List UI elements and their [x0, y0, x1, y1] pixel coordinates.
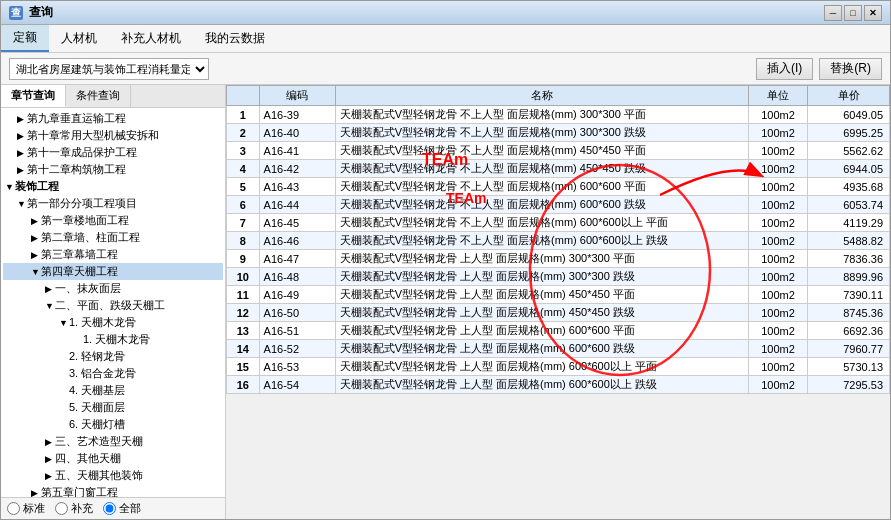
table-row[interactable]: 8 A16-46 天棚装配式V型轻钢龙骨 不上人型 面层规格(mm) 600*6…	[227, 232, 890, 250]
table-row[interactable]: 10 A16-48 天棚装配式V型轻钢龙骨 上人型 面层规格(mm) 300*3…	[227, 268, 890, 286]
tree-item-door-window[interactable]: ▶第五章门窗工程	[3, 484, 223, 497]
cell-num: 12	[227, 304, 260, 322]
header-num	[227, 86, 260, 106]
table-row[interactable]: 11 A16-49 天棚装配式V型轻钢龙骨 上人型 面层规格(mm) 450*4…	[227, 286, 890, 304]
tree-item-art[interactable]: ▶三、艺术造型天棚	[3, 433, 223, 450]
cell-price: 4935.68	[808, 178, 890, 196]
radio-all[interactable]: 全部	[103, 501, 141, 516]
table-row[interactable]: 4 A16-42 天棚装配式V型轻钢龙骨 不上人型 面层规格(mm) 450*4…	[227, 160, 890, 178]
tree-item-pingmian[interactable]: ▼二、平面、跌级天棚工	[3, 297, 223, 314]
tree-item-lamp-trough[interactable]: 6. 天棚灯槽	[3, 416, 223, 433]
cell-price: 4119.29	[808, 214, 890, 232]
tree-item-wood[interactable]: ▼1. 天棚木龙骨	[3, 314, 223, 331]
cell-unit: 100m2	[748, 358, 808, 376]
tree-item-wood2[interactable]: 1. 天棚木龙骨	[3, 331, 223, 348]
table-row[interactable]: 16 A16-54 天棚装配式V型轻钢龙骨 上人型 面层规格(mm) 600*6…	[227, 376, 890, 394]
cell-price: 5562.62	[808, 142, 890, 160]
tab-bar: 章节查询 条件查询	[1, 85, 225, 108]
tree-item-tianpeng[interactable]: ▼第四章天棚工程	[3, 263, 223, 280]
tree-item-aluminum[interactable]: 3. 铝合金龙骨	[3, 365, 223, 382]
tree-item-ch10[interactable]: ▶第十章常用大型机械安拆和	[3, 127, 223, 144]
radio-supplement[interactable]: 补充	[55, 501, 93, 516]
cell-num: 10	[227, 268, 260, 286]
maximize-button[interactable]: □	[844, 5, 862, 21]
cell-unit: 100m2	[748, 250, 808, 268]
table-row[interactable]: 2 A16-40 天棚装配式V型轻钢龙骨 不上人型 面层规格(mm) 300*3…	[227, 124, 890, 142]
cell-name: 天棚装配式V型轻钢龙骨 上人型 面层规格(mm) 600*600 平面	[335, 322, 748, 340]
cell-code: A16-41	[259, 142, 335, 160]
cell-name: 天棚装配式V型轻钢龙骨 不上人型 面层规格(mm) 600*600 跌级	[335, 196, 748, 214]
right-panel: 编码 名称 单位 单价 1 A16-39 天棚装配式V型轻钢龙骨 不上人型 面层…	[226, 85, 890, 519]
tree-item-base-layer[interactable]: 4. 天棚基层	[3, 382, 223, 399]
cell-price: 7295.53	[808, 376, 890, 394]
table-row[interactable]: 7 A16-45 天棚装配式V型轻钢龙骨 不上人型 面层规格(mm) 600*6…	[227, 214, 890, 232]
cell-code: A16-53	[259, 358, 335, 376]
table-row[interactable]: 15 A16-53 天棚装配式V型轻钢龙骨 上人型 面层规格(mm) 600*6…	[227, 358, 890, 376]
cell-num: 4	[227, 160, 260, 178]
cell-code: A16-48	[259, 268, 335, 286]
cell-unit: 100m2	[748, 340, 808, 358]
province-select[interactable]: 湖北省房屋建筑与装饰工程消耗量定额	[9, 58, 209, 80]
cell-name: 天棚装配式V型轻钢龙骨 不上人型 面层规格(mm) 600*600以上 平面	[335, 214, 748, 232]
close-button[interactable]: ✕	[864, 5, 882, 21]
cell-code: A16-47	[259, 250, 335, 268]
radio-standard[interactable]: 标准	[7, 501, 45, 516]
cell-price: 7390.11	[808, 286, 890, 304]
menu-dinge[interactable]: 定额	[1, 25, 49, 52]
tree-item-face-layer[interactable]: 5. 天棚面层	[3, 399, 223, 416]
minimize-button[interactable]: ─	[824, 5, 842, 21]
tree-item-other-deco[interactable]: ▶五、天棚其他装饰	[3, 467, 223, 484]
title-bar: 查 查询 ─ □ ✕	[1, 1, 890, 25]
menu-cloud[interactable]: 我的云数据	[193, 25, 277, 52]
menu-buzhong[interactable]: 补充人材机	[109, 25, 193, 52]
tree-item-mohui[interactable]: ▶一、抹灰面层	[3, 280, 223, 297]
table-container: 编码 名称 单位 单价 1 A16-39 天棚装配式V型轻钢龙骨 不上人型 面层…	[226, 85, 890, 519]
tree-item-ch9[interactable]: ▶第九章垂直运输工程	[3, 110, 223, 127]
window-title: 查询	[29, 4, 53, 21]
replace-button[interactable]: 替换(R)	[819, 58, 882, 80]
cell-name: 天棚装配式V型轻钢龙骨 不上人型 面层规格(mm) 450*450 跌级	[335, 160, 748, 178]
cell-num: 8	[227, 232, 260, 250]
cell-name: 天棚装配式V型轻钢龙骨 不上人型 面层规格(mm) 600*600以上 跌级	[335, 232, 748, 250]
cell-name: 天棚装配式V型轻钢龙骨 上人型 面层规格(mm) 300*300 平面	[335, 250, 748, 268]
header-code: 编码	[259, 86, 335, 106]
tree-item-loudi[interactable]: ▶第一章楼地面工程	[3, 212, 223, 229]
tree-item-light-steel[interactable]: 2. 轻钢龙骨	[3, 348, 223, 365]
bottom-bar: 标准 补充 全部	[1, 497, 225, 519]
table-row[interactable]: 14 A16-52 天棚装配式V型轻钢龙骨 上人型 面层规格(mm) 600*6…	[227, 340, 890, 358]
table-row[interactable]: 1 A16-39 天棚装配式V型轻钢龙骨 不上人型 面层规格(mm) 300*3…	[227, 106, 890, 124]
cell-num: 6	[227, 196, 260, 214]
tree-item-zhuangshi[interactable]: ▼装饰工程	[3, 178, 223, 195]
toolbar-right: 插入(I) 替换(R)	[756, 58, 882, 80]
tree-item-other[interactable]: ▶四、其他天棚	[3, 450, 223, 467]
table-row[interactable]: 9 A16-47 天棚装配式V型轻钢龙骨 上人型 面层规格(mm) 300*30…	[227, 250, 890, 268]
tree-item-ch12[interactable]: ▶第十二章构筑物工程	[3, 161, 223, 178]
tree-area: ▶第九章垂直运输工程 ▶第十章常用大型机械安拆和 ▶第十一章成品保护工程 ▶第十…	[1, 108, 225, 497]
table-row[interactable]: 13 A16-51 天棚装配式V型轻钢龙骨 上人型 面层规格(mm) 600*6…	[227, 322, 890, 340]
title-controls: ─ □ ✕	[824, 5, 882, 21]
table-row[interactable]: 12 A16-50 天棚装配式V型轻钢龙骨 上人型 面层规格(mm) 450*4…	[227, 304, 890, 322]
tree-item-ch11[interactable]: ▶第十一章成品保护工程	[3, 144, 223, 161]
tree-item-part1[interactable]: ▼第一部分分项工程项目	[3, 195, 223, 212]
table-row[interactable]: 3 A16-41 天棚装配式V型轻钢龙骨 不上人型 面层规格(mm) 450*4…	[227, 142, 890, 160]
cell-code: A16-39	[259, 106, 335, 124]
table-row[interactable]: 5 A16-43 天棚装配式V型轻钢龙骨 不上人型 面层规格(mm) 600*6…	[227, 178, 890, 196]
cell-unit: 100m2	[748, 196, 808, 214]
cell-name: 天棚装配式V型轻钢龙骨 不上人型 面层规格(mm) 450*450 平面	[335, 142, 748, 160]
table-row[interactable]: 6 A16-44 天棚装配式V型轻钢龙骨 不上人型 面层规格(mm) 600*6…	[227, 196, 890, 214]
tab-condition[interactable]: 条件查询	[66, 85, 131, 107]
cell-name: 天棚装配式V型轻钢龙骨 上人型 面层规格(mm) 600*600以上 平面	[335, 358, 748, 376]
cell-code: A16-51	[259, 322, 335, 340]
tree-item-muqiang[interactable]: ▶第三章幕墙工程	[3, 246, 223, 263]
cell-num: 1	[227, 106, 260, 124]
insert-button[interactable]: 插入(I)	[756, 58, 813, 80]
cell-num: 13	[227, 322, 260, 340]
cell-code: A16-42	[259, 160, 335, 178]
cell-unit: 100m2	[748, 160, 808, 178]
tab-chapter[interactable]: 章节查询	[1, 85, 66, 107]
tree-item-qiangzhu[interactable]: ▶第二章墙、柱面工程	[3, 229, 223, 246]
menu-rencaiji[interactable]: 人材机	[49, 25, 109, 52]
cell-name: 天棚装配式V型轻钢龙骨 上人型 面层规格(mm) 300*300 跌级	[335, 268, 748, 286]
cell-num: 7	[227, 214, 260, 232]
cell-unit: 100m2	[748, 286, 808, 304]
